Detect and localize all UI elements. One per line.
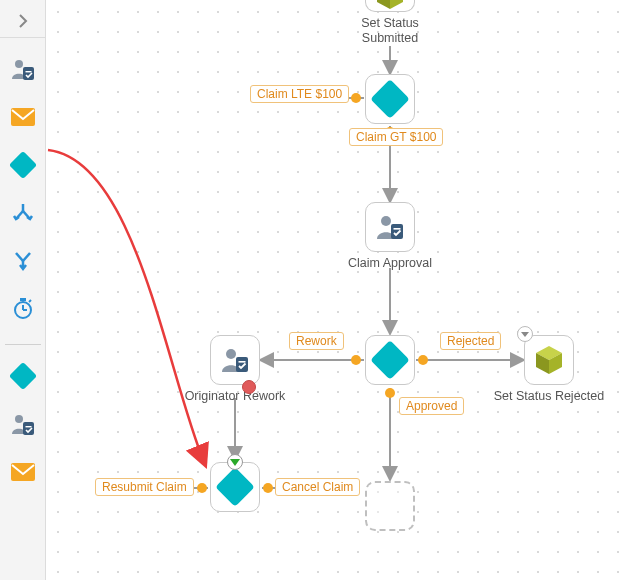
node-label: Originator Rework [180, 389, 290, 404]
svg-point-21 [381, 216, 391, 226]
diamond-icon [215, 467, 255, 507]
edge-label-cancel-claim[interactable]: Cancel Claim [275, 478, 360, 496]
split-tool[interactable] [7, 196, 39, 230]
toolbar-separator [5, 344, 41, 345]
node-set-status-rejected[interactable]: Set Status Rejected [491, 335, 607, 404]
edge-label-claim-gt-100[interactable]: Claim GT $100 [349, 128, 443, 146]
branch-dot-lte100 [351, 93, 361, 103]
svg-rect-3 [11, 108, 35, 126]
node-set-status-submitted[interactable]: Set Status Submitted [352, 0, 428, 46]
edge-label-approved[interactable]: Approved [399, 397, 464, 415]
branch-dot-cancel [263, 483, 273, 493]
svg-point-24 [226, 349, 236, 359]
edge-label-rework[interactable]: Rework [289, 332, 344, 350]
decision-tool[interactable] [7, 148, 39, 182]
email-tool-alt[interactable] [7, 455, 39, 489]
diamond-icon [370, 79, 410, 119]
user-task-tool-alt[interactable] [7, 407, 39, 441]
svg-point-6 [15, 415, 23, 423]
error-marker [242, 380, 256, 394]
email-tool[interactable] [7, 100, 39, 134]
svg-rect-2 [25, 71, 31, 72]
svg-point-0 [15, 60, 23, 68]
decision-tool-alt[interactable] [7, 359, 39, 393]
edge-label-resubmit-claim[interactable]: Resubmit Claim [95, 478, 194, 496]
svg-rect-25 [236, 357, 248, 372]
svg-rect-26 [239, 361, 246, 363]
node-claim-approval[interactable]: Claim Approval [346, 202, 434, 271]
svg-rect-22 [391, 224, 403, 239]
tool-palette [0, 0, 46, 580]
node-originator-rework[interactable]: Originator Rework [180, 335, 290, 404]
timer-tool[interactable] [7, 292, 39, 326]
diamond-icon [370, 340, 410, 380]
merge-tool[interactable] [7, 244, 39, 278]
svg-rect-23 [394, 228, 401, 230]
svg-rect-8 [25, 426, 31, 427]
branch-dot-rejected [418, 355, 428, 365]
node-label: Set Status Submitted [352, 16, 428, 46]
collapse-toggle[interactable] [0, 4, 45, 38]
user-task-tool[interactable] [7, 52, 39, 86]
node-decision-approval[interactable] [365, 335, 415, 385]
node-label: Set Status Rejected [491, 389, 607, 404]
branch-dot-resubmit [197, 483, 207, 493]
edge-label-claim-lte-100[interactable]: Claim LTE $100 [250, 85, 349, 103]
placeholder-box [365, 481, 415, 531]
node-placeholder[interactable] [365, 481, 415, 531]
drop-target-marker [227, 454, 243, 470]
node-label: Claim Approval [346, 256, 434, 271]
node-decision-claim-amount[interactable] [365, 74, 415, 124]
branch-dot-rework [351, 355, 361, 365]
workflow-canvas[interactable]: Set Status Submitted Claim LTE $100 Clai… [46, 0, 624, 580]
svg-rect-9 [11, 463, 35, 481]
branch-dot-approved [385, 388, 395, 398]
expand-marker[interactable] [517, 326, 533, 342]
svg-rect-5 [20, 298, 26, 301]
